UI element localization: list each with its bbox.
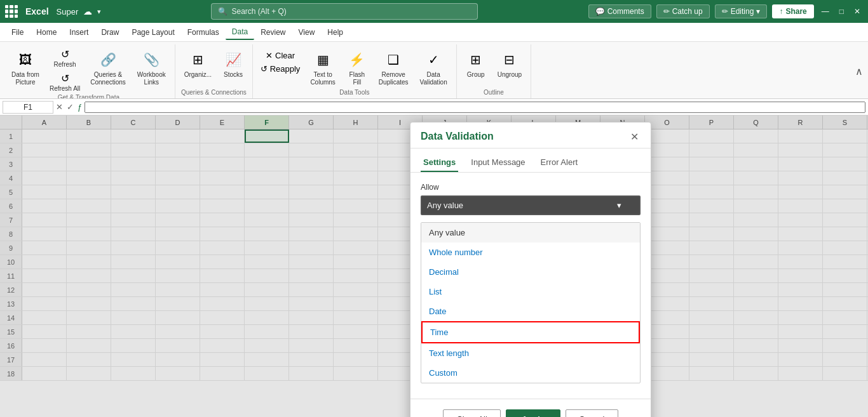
close-icon[interactable]: ✕	[851, 7, 863, 16]
data-validation-button[interactable]: ✓ DataValidation	[416, 47, 451, 89]
dropdown-item-custom[interactable]: Custom	[421, 363, 640, 383]
menu-formulas[interactable]: Formulas	[181, 25, 226, 39]
text-to-columns-button[interactable]: ▦ Text toColumns	[306, 47, 339, 89]
catchup-button[interactable]: ✏ Catch up	[656, 4, 710, 18]
cancel-button[interactable]: Cancel	[566, 409, 618, 417]
file-name: Super	[57, 7, 79, 17]
stocks-button[interactable]: 📈 Stocks	[219, 47, 247, 81]
formula-bar: F1 ✕ ✓ ƒ	[0, 99, 868, 116]
group-label-queries: Queries & Connections	[180, 89, 247, 98]
comment-icon: 💬	[595, 7, 605, 16]
dialog-tabs: Settings Input Message Error Alert	[410, 149, 651, 173]
clear-all-button[interactable]: Clear All	[443, 409, 500, 417]
menu-file[interactable]: File	[5, 25, 30, 39]
ribbon-collapse-icon[interactable]: ∧	[855, 65, 863, 77]
reapply-button[interactable]: ↺ Reapply	[258, 63, 302, 75]
menu-review[interactable]: Review	[254, 25, 292, 39]
dialog-body: Allow Any value ▾ Any value Whole number…	[410, 173, 651, 394]
title-bar: Excel Super ☁ ▾ 🔍 Search (Alt + Q) 💬 Com…	[0, 0, 868, 23]
allow-label: Allow	[421, 183, 641, 192]
data-from-picture-button[interactable]: 🖼 Data fromPicture	[8, 47, 43, 89]
workbook-links-button[interactable]: 📎 WorkbookLinks	[133, 47, 170, 89]
tab-input-message[interactable]: Input Message	[468, 154, 527, 172]
menu-home[interactable]: Home	[30, 25, 63, 39]
search-icon: 🔍	[218, 7, 227, 16]
apply-button[interactable]: Apply	[506, 409, 560, 417]
formula-input[interactable]	[85, 102, 865, 113]
dropdown-item-any-value[interactable]: Any value	[421, 223, 640, 242]
allow-select[interactable]: Any value ▾	[421, 195, 641, 215]
ribbon-group-outline: ⊞ Group ⊟ Ungroup Outline	[457, 44, 531, 98]
group-button[interactable]: ⊞ Group	[462, 47, 490, 81]
share-icon: ↑	[779, 7, 783, 16]
dialog-header: Data Validation ✕	[410, 122, 651, 149]
clear-icon: ✕ Clear	[266, 51, 295, 60]
clear-button[interactable]: ✕ Clear	[258, 50, 302, 62]
menu-data[interactable]: Data	[226, 25, 254, 40]
ribbon: 🖼 Data fromPicture ↺ Refresh ↺ Refresh A…	[0, 42, 868, 99]
search-box[interactable]: 🔍 Search (Alt + Q)	[211, 3, 478, 20]
cloud-icon: ☁	[83, 6, 92, 17]
organize-button[interactable]: ⊞ Organiz...	[180, 47, 215, 81]
allow-select-value: Any value	[427, 201, 463, 210]
queries-connections-button[interactable]: 🔗 Queries &Connections	[86, 47, 130, 89]
dialog-title: Data Validation	[421, 131, 494, 142]
title-bar-left: Excel Super ☁ ▾	[5, 5, 101, 18]
main-content: A B C D E F G H I J K L M N O P Q R S 12…	[0, 116, 868, 417]
ungroup-button[interactable]: ⊟ Ungroup	[494, 47, 526, 81]
refresh-all-button[interactable]: ↺ Refresh All	[47, 71, 83, 94]
minimize-icon[interactable]: —	[819, 7, 832, 16]
tab-error-alert[interactable]: Error Alert	[538, 154, 581, 172]
search-placeholder: Search (Alt + Q)	[231, 7, 286, 16]
waffle-icon[interactable]	[5, 5, 18, 18]
menu-bar: File Home Insert Draw Page Layout Formul…	[0, 23, 868, 42]
dropdown-item-time[interactable]: Time	[421, 321, 640, 343]
menu-draw[interactable]: Draw	[95, 25, 125, 39]
menu-insert[interactable]: Insert	[63, 25, 95, 39]
refresh-icon: ↺	[61, 48, 69, 60]
dropdown-list: Any value Whole number Decimal List Date…	[421, 222, 641, 383]
dropdown-item-date[interactable]: Date	[421, 301, 640, 321]
tab-settings[interactable]: Settings	[421, 154, 458, 172]
group-label-data-tools: Data Tools	[258, 89, 451, 98]
catchup-icon: ✏	[663, 7, 670, 16]
title-bar-right: 💬 Comments ✏ Catch up ✏ Editing ▾ ↑ Shar…	[588, 4, 863, 18]
insert-function-icon[interactable]: ƒ	[78, 102, 82, 112]
cell-reference-input[interactable]: F1	[3, 101, 53, 114]
allow-select-arrow: ▾	[617, 201, 621, 210]
ribbon-group-get-transform: 🖼 Data fromPicture ↺ Refresh ↺ Refresh A…	[3, 44, 175, 98]
dropdown-item-text-length[interactable]: Text length	[421, 343, 640, 363]
dialog-close-button[interactable]: ✕	[628, 130, 641, 143]
dropdown-item-whole-number[interactable]: Whole number	[421, 242, 640, 262]
ribbon-group-queries: ⊞ Organiz... 📈 Stocks Queries & Connecti…	[175, 44, 253, 98]
cancel-formula-icon[interactable]: ✕	[56, 102, 63, 112]
confirm-formula-icon[interactable]: ✓	[67, 102, 74, 112]
dropdown-item-decimal[interactable]: Decimal	[421, 262, 640, 282]
ribbon-group-data-tools: ✕ Clear ↺ Reapply ▦ Text toColumns ⚡ Fla…	[253, 44, 457, 98]
refresh-button[interactable]: ↺ Refresh	[47, 47, 83, 70]
share-button[interactable]: ↑ Share	[772, 4, 813, 18]
chevron-down-icon: ▾	[756, 7, 760, 16]
dialog-footer: Clear All Apply Cancel	[410, 399, 651, 417]
editing-icon: ✏	[722, 7, 728, 16]
maximize-icon[interactable]: □	[837, 7, 846, 16]
group-label-outline: Outline	[462, 89, 526, 98]
group-label-get-transform: Get & Transform Data	[8, 94, 170, 99]
search-area: 🔍 Search (Alt + Q)	[101, 3, 588, 20]
dropdown-item-list[interactable]: List	[421, 282, 640, 301]
reapply-icon: ↺ Reapply	[261, 64, 300, 74]
data-validation-dialog: Data Validation ✕ Settings Input Message…	[410, 122, 651, 417]
app-name: Excel	[25, 6, 49, 17]
menu-page-layout[interactable]: Page Layout	[125, 25, 180, 39]
allow-select-wrapper: Any value ▾	[421, 195, 641, 215]
menu-help[interactable]: Help	[321, 25, 349, 39]
flash-fill-button[interactable]: ⚡ FlashFill	[343, 47, 371, 89]
comments-button[interactable]: 💬 Comments	[588, 4, 651, 18]
refresh-all-icon: ↺	[61, 72, 69, 84]
remove-duplicates-button[interactable]: ❑ RemoveDuplicates	[375, 47, 412, 89]
editing-button[interactable]: ✏ Editing ▾	[715, 4, 768, 18]
menu-view[interactable]: View	[292, 25, 322, 39]
